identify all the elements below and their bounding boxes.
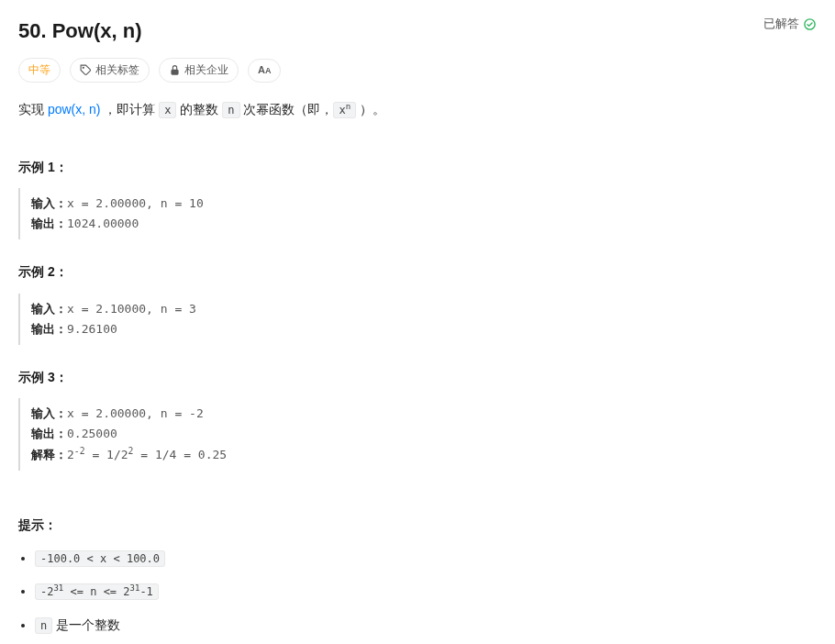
example-title: 示例 2： <box>18 261 817 282</box>
font-size-button[interactable]: AA <box>248 59 281 83</box>
hints-title: 提示： <box>18 515 817 535</box>
problem-description: 实现 pow(x, n) ，即计算 x 的整数 n 次幂函数（即，xn ）。 <box>18 99 817 119</box>
desc-text: 实现 <box>18 102 48 117</box>
examples-container: 示例 1：输入：x = 2.00000, n = 10输出：1024.00000… <box>18 157 817 471</box>
solved-label: 已解答 <box>763 15 799 34</box>
input-label: 输入： <box>31 196 67 210</box>
input-value: x = 2.00000, n = -2 <box>67 406 204 420</box>
code-n: n <box>222 102 239 118</box>
input-value: x = 2.00000, n = 10 <box>67 196 204 210</box>
input-value: x = 2.10000, n = 3 <box>67 302 196 316</box>
desc-text: ）。 <box>356 102 385 117</box>
pow-link[interactable]: pow(x, n) <box>48 102 101 117</box>
output-label: 输出： <box>31 427 67 440</box>
explain-value: 2-2 = 1/22 = 1/4 = 0.25 <box>67 448 227 461</box>
desc-text: ，即计算 <box>100 102 159 117</box>
constraints-list: -100.0 < x < 100.0-231 <= n <= 231-1n 是一… <box>18 548 817 644</box>
tag-icon <box>80 64 92 76</box>
svg-point-1 <box>83 68 84 69</box>
output-label: 输出： <box>31 322 67 336</box>
lock-icon <box>169 64 181 76</box>
problem-title: 50. Pow(x, n) <box>18 15 141 47</box>
constraint-item: -231 <= n <= 231-1 <box>35 581 817 601</box>
example-title: 示例 1： <box>18 157 817 177</box>
related-company-button[interactable]: 相关企业 <box>159 58 239 83</box>
output-value: 0.25000 <box>67 427 117 440</box>
solved-status: 已解答 <box>763 15 817 34</box>
desc-text: 的整数 <box>176 102 222 117</box>
example-block: 输入：x = 2.00000, n = -2输出：0.25000解释：2-2 =… <box>18 398 817 470</box>
related-tags-button[interactable]: 相关标签 <box>70 58 150 83</box>
svg-rect-2 <box>172 70 179 74</box>
code-x: x <box>159 102 176 118</box>
check-circle-icon <box>803 17 817 31</box>
font-size-icon: AA <box>258 62 271 79</box>
difficulty-badge: 中等 <box>18 58 61 83</box>
related-tags-label: 相关标签 <box>95 61 139 79</box>
output-value: 9.26100 <box>67 322 117 336</box>
desc-text: 次幂函数（即， <box>240 102 334 117</box>
tags-row: 中等 相关标签 相关企业 AA <box>18 58 817 83</box>
constraint-item: n 是一个整数 <box>35 615 817 635</box>
explain-label: 解释： <box>31 448 67 461</box>
link-text: pow(x, n) <box>48 102 101 117</box>
input-label: 输入： <box>31 406 67 420</box>
output-label: 输出： <box>31 217 67 230</box>
hints-section: 提示： -100.0 < x < 100.0-231 <= n <= 231-1… <box>18 515 817 644</box>
constraint-item: -100.0 < x < 100.0 <box>35 548 817 568</box>
code-xn: xn <box>333 102 356 118</box>
related-company-label: 相关企业 <box>184 61 228 79</box>
input-label: 输入： <box>31 302 67 316</box>
example-title: 示例 3： <box>18 367 817 387</box>
example-block: 输入：x = 2.00000, n = 10输出：1024.00000 <box>18 188 817 239</box>
example-block: 输入：x = 2.10000, n = 3输出：9.26100 <box>18 294 817 345</box>
output-value: 1024.00000 <box>67 217 139 230</box>
